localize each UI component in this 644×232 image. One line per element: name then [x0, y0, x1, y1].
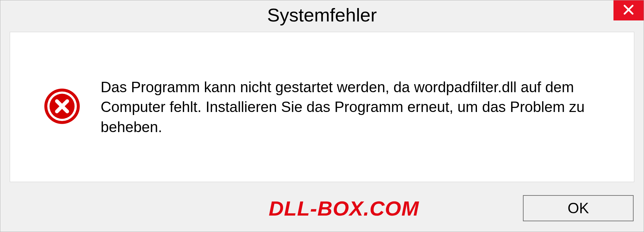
content-area: Das Programm kann nicht gestartet werden… [10, 32, 634, 182]
error-dialog: Systemfehler Das Programm kann nicht ges… [0, 0, 644, 232]
titlebar: Systemfehler [0, 0, 644, 29]
ok-button[interactable]: OK [523, 195, 634, 221]
error-icon [44, 88, 80, 126]
close-icon [623, 4, 635, 17]
dialog-title: Systemfehler [267, 4, 377, 26]
dialog-footer: DLL-BOX.COM OK [0, 188, 644, 232]
ok-button-label: OK [568, 200, 589, 217]
watermark-text: DLL-BOX.COM [269, 196, 419, 220]
close-button[interactable] [613, 0, 644, 20]
error-message: Das Programm kann nicht gestartet werden… [101, 77, 614, 137]
